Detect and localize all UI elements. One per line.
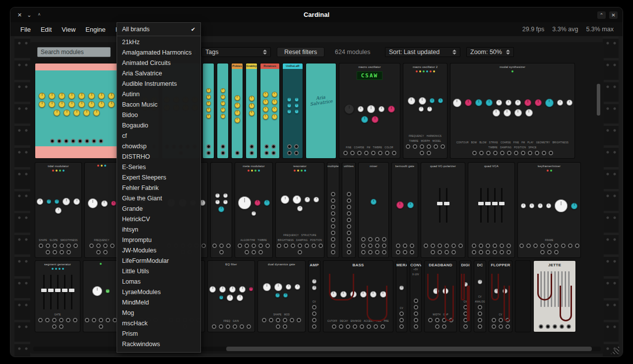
module-card[interactable]: Rotatoes [260, 63, 279, 158]
brand-menu-item[interactable]: Bogaudio [117, 121, 200, 131]
brand-menu-item[interactable]: JW-Modules [117, 245, 200, 256]
brand-menu-item[interactable]: LifeFormModular [117, 256, 200, 266]
reset-filters-button[interactable]: Reset filters [277, 47, 324, 57]
module-card[interactable]: modal synthesizerCONTOURBOWBLOWSTRIKECOA… [450, 63, 574, 158]
brand-menu-item[interactable]: Impromptu [117, 235, 200, 245]
brand-menu-item[interactable]: E-Series [117, 162, 200, 173]
brand-menu-item[interactable]: MindMeld [117, 298, 200, 308]
module-card[interactable]: FREQUENCY [85, 163, 119, 257]
brand-menu-item[interactable]: cf [117, 131, 200, 141]
brand-menu-item[interactable]: Bacon Music [117, 100, 200, 110]
title-bar[interactable]: ✕⌄＾ Cardinal ⌃✕ [10, 7, 623, 22]
led [426, 70, 428, 72]
window-button-left-2[interactable]: ＾ [36, 11, 42, 18]
module-card[interactable]: utilities [342, 163, 355, 257]
window-button-left-1[interactable]: ⌄ [27, 11, 31, 18]
module-card[interactable]: UnDuLaR [283, 63, 303, 158]
brand-menu-item[interactable]: Prism [117, 329, 200, 339]
module-card[interactable] [35, 63, 118, 158]
module-card[interactable]: bernoulli gate [392, 163, 418, 257]
module-card[interactable] [217, 63, 228, 158]
menubar-item-view[interactable]: View [57, 26, 80, 33]
module-card[interactable]: FLOPPERCV [489, 261, 512, 332]
brand-menu-item[interactable]: Fehler Fabrik [117, 183, 200, 193]
module-card[interactable]: tidal modulatorSHAPESLOPESMOOTHNESS [35, 163, 81, 257]
module-card[interactable]: Pokies [232, 63, 243, 158]
search-input[interactable] [37, 47, 111, 57]
jack [59, 324, 63, 329]
module-card[interactable]: DIGICV [460, 261, 471, 332]
knob-area [518, 173, 580, 239]
knob [93, 110, 100, 116]
module-card[interactable]: quad VC-polarizer [421, 163, 465, 257]
menubar-item-file[interactable]: File [15, 26, 36, 33]
module-card[interactable]: Grabby [246, 63, 257, 158]
module-card[interactable]: EQ filterFREQGAIN [208, 261, 254, 332]
knob [358, 106, 364, 112]
vertical-scrollbar-thumb[interactable] [597, 84, 600, 116]
module-card[interactable]: BASSCUTOFFDECAYENVMODACCENTRESPRE [323, 261, 393, 332]
module-card[interactable]: meta modulatorALGORITHMTIMBRE [235, 163, 272, 257]
module-card[interactable]: DEADBANDWIDTHGAP [425, 261, 456, 332]
brand-menu-item[interactable]: ihtsyn [117, 225, 200, 235]
brand-menu-item[interactable]: Bidoo [117, 110, 200, 121]
module-card[interactable]: quad VCA [468, 163, 514, 257]
brand-menu-item[interactable]: Mog [117, 308, 200, 318]
brand-menu-item[interactable]: Aria Salvatrice [117, 68, 200, 79]
sort-select[interactable]: Sort: Last updated [385, 47, 460, 57]
brand-menu-item[interactable]: 21kHz [117, 37, 200, 48]
menubar-item-engine[interactable]: Engine [80, 26, 110, 33]
module-card[interactable]: macro oscillator 2FREQUENCYHARMONICSTIMB… [403, 63, 447, 158]
jack [463, 318, 468, 322]
brand-menu-item[interactable]: Autinn [117, 89, 200, 100]
module-card[interactable]: keyframer/mixerFRAME [518, 163, 580, 257]
module-card[interactable]: Aria Salvatrice [306, 63, 336, 158]
jack [38, 318, 43, 322]
module-card[interactable]: JETTE [534, 261, 575, 332]
module-card[interactable] [83, 261, 118, 332]
horizontal-scrollbar-thumb[interactable] [226, 347, 592, 351]
knob [272, 92, 277, 97]
module-card[interactable]: resonatorFREQUENCYSTRUCTUREBRIGHTNESSDAM… [276, 163, 324, 257]
module-card[interactable] [515, 261, 530, 332]
brand-menu-item[interactable]: Rackwindows [117, 339, 200, 350]
module-card[interactable]: MERACV [396, 261, 407, 332]
jack [463, 305, 468, 309]
module-card[interactable]: mixer [359, 163, 388, 257]
brand-menu-item[interactable]: DISTRHO [117, 152, 200, 162]
brand-menu-item[interactable]: LyraeModules [117, 287, 200, 298]
module-card[interactable]: dual dynamics gateSHAPEMOD [258, 261, 305, 332]
brand-menu-item[interactable]: All brands✔ [117, 24, 200, 35]
module-card[interactable]: CONV+5V0-10V [410, 261, 421, 332]
rod [547, 271, 549, 307]
module-card[interactable] [203, 63, 214, 158]
brand-menu-item[interactable]: Amalgamated Harmonics [117, 48, 200, 58]
brand-menu-item[interactable]: Glue the Giant [117, 193, 200, 204]
brand-menu-item[interactable]: Expert Sleepers [117, 173, 200, 183]
brand-menu-item[interactable]: Lomas [117, 277, 200, 287]
zoom-select[interactable]: Zoom: 50% [466, 47, 514, 57]
brand-menu-item[interactable]: mscHack [117, 318, 200, 329]
knob [263, 114, 268, 120]
window-button-left-0[interactable]: ✕ [17, 11, 22, 18]
module-card[interactable]: macro oscillatorCSAWFINECOARSEFMTIMBRECO… [339, 63, 400, 158]
brand-menu-item[interactable]: Grande [117, 204, 200, 214]
module-card[interactable]: AMPCV [309, 261, 320, 332]
brand-menu-item[interactable]: Little Utils [117, 266, 200, 277]
slider [487, 188, 489, 223]
menubar-item-edit[interactable]: Edit [36, 26, 57, 33]
window-button-right-0[interactable]: ⌃ [597, 11, 606, 19]
module-title: macro oscillator 2 [413, 64, 438, 69]
brand-menu-item[interactable]: Audible Instruments [117, 79, 200, 89]
brand-menu-item[interactable]: Animated Circuits [117, 58, 200, 68]
jack [96, 243, 101, 248]
jack-row [211, 242, 232, 257]
window-button-right-1[interactable]: ✕ [609, 11, 618, 19]
module-card[interactable] [211, 163, 232, 257]
brand-menu-item[interactable]: chowdsp [117, 141, 200, 152]
brand-menu-item[interactable]: HetrickCV [117, 214, 200, 225]
module-card[interactable]: multiples [327, 163, 339, 257]
module-card[interactable]: segment generatorGATE [35, 261, 80, 332]
tags-filter-select[interactable]: Tags [201, 47, 271, 57]
module-card[interactable]: DCCVANALOG [474, 261, 486, 332]
